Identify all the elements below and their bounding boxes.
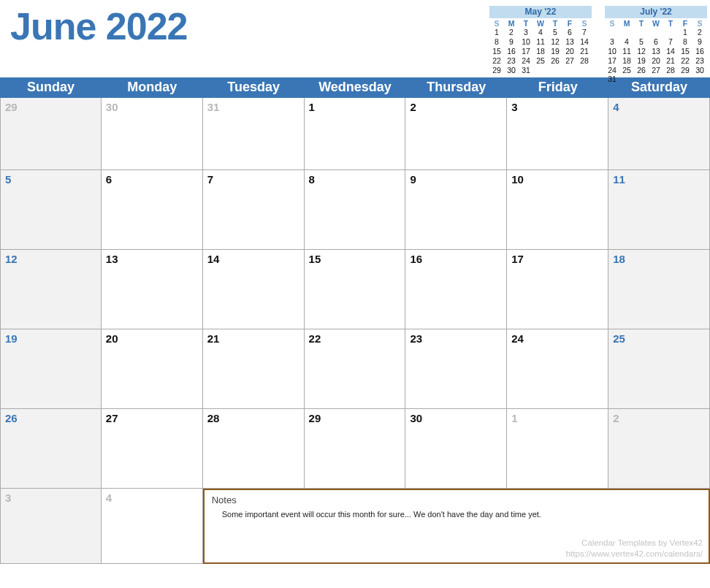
- mini-dow: W: [649, 19, 663, 28]
- header: June 2022 May '22SMTWTFS1234567891011121…: [0, 0, 710, 77]
- day-cell[interactable]: 29: [305, 409, 406, 489]
- day-cell[interactable]: 12: [0, 250, 102, 329]
- mini-day: [605, 28, 619, 37]
- day-number: 6: [106, 173, 198, 186]
- mini-day: 22: [678, 56, 692, 66]
- mini-day: 12: [548, 37, 562, 47]
- notes-box[interactable]: NotesSome important event will occur thi…: [203, 489, 710, 564]
- mini-day: 10: [519, 37, 533, 47]
- day-cell[interactable]: 1: [305, 98, 406, 170]
- mini-day: 28: [663, 66, 678, 75]
- day-cell[interactable]: 27: [102, 409, 203, 489]
- day-number: 7: [207, 173, 299, 186]
- day-cell[interactable]: 30: [405, 409, 507, 489]
- day-cell[interactable]: 4: [102, 489, 203, 564]
- weekday-label: Saturday: [608, 77, 710, 98]
- mini-day: 25: [619, 66, 634, 75]
- mini-day: 26: [548, 56, 562, 66]
- day-cell[interactable]: 5: [0, 170, 102, 250]
- day-cell[interactable]: 21: [203, 329, 305, 409]
- day-cell[interactable]: 26: [0, 409, 102, 489]
- weekday-label: Tuesday: [203, 77, 305, 98]
- mini-day: 2: [692, 28, 707, 37]
- day-cell[interactable]: 14: [203, 250, 305, 329]
- day-cell[interactable]: 24: [507, 329, 608, 409]
- day-cell[interactable]: 13: [102, 250, 203, 329]
- mini-day: 20: [562, 47, 577, 56]
- credit-line2: https://www.vertex42.com/calendars/: [566, 549, 703, 560]
- day-cell[interactable]: 28: [203, 409, 305, 489]
- day-cell[interactable]: 16: [405, 250, 507, 329]
- mini-day: 4: [619, 37, 634, 47]
- mini-dow: T: [548, 19, 562, 28]
- mini-dow: M: [619, 19, 634, 28]
- mini-day: 2: [504, 28, 519, 37]
- day-cell[interactable]: 23: [405, 329, 507, 409]
- notes-label: Notes: [212, 495, 701, 505]
- day-cell[interactable]: 17: [507, 250, 608, 329]
- day-number: 25: [613, 332, 705, 345]
- mini-day: 7: [577, 28, 592, 37]
- mini-day: 18: [619, 56, 634, 66]
- calendar-grid: 2930311234567891011121314151617181920212…: [0, 98, 710, 564]
- notes-text: Some important event will occur this mon…: [222, 510, 701, 519]
- day-cell[interactable]: 8: [305, 170, 406, 250]
- mini-day: 30: [504, 66, 519, 75]
- day-cell[interactable]: 4: [608, 98, 710, 170]
- day-cell[interactable]: 15: [305, 250, 406, 329]
- day-number: 17: [511, 253, 603, 265]
- day-cell[interactable]: 2: [405, 98, 507, 170]
- mini-day: 15: [489, 47, 504, 56]
- day-number: 3: [511, 101, 603, 113]
- mini-day: 24: [605, 66, 619, 75]
- mini-day: 23: [504, 56, 519, 66]
- day-number: 27: [106, 412, 198, 424]
- mini-day: [548, 66, 562, 75]
- mini-day: 8: [489, 37, 504, 47]
- mini-day: 18: [533, 47, 548, 56]
- day-cell[interactable]: 25: [608, 329, 710, 409]
- day-number: 18: [613, 253, 705, 265]
- credits: Calendar Templates by Vertex42https://ww…: [566, 538, 703, 560]
- day-cell[interactable]: 20: [102, 329, 203, 409]
- day-number: 2: [410, 101, 502, 113]
- weekday-label: Wednesday: [305, 77, 406, 98]
- day-number: 5: [5, 173, 96, 186]
- mini-day: 13: [562, 37, 577, 47]
- mini-day: 7: [663, 37, 678, 47]
- mini-day: [634, 28, 649, 37]
- mini-day: 28: [577, 56, 592, 66]
- mini-dow: S: [605, 19, 619, 28]
- day-number: 20: [106, 332, 198, 345]
- mini-day: [577, 66, 592, 75]
- day-cell[interactable]: 19: [0, 329, 102, 409]
- mini-day: [649, 28, 663, 37]
- mini-day: 14: [577, 37, 592, 47]
- day-cell[interactable]: 7: [203, 170, 305, 250]
- day-cell[interactable]: 11: [608, 170, 710, 250]
- mini-day: 8: [678, 37, 692, 47]
- day-cell[interactable]: 30: [102, 98, 203, 170]
- mini-dow: W: [533, 19, 548, 28]
- mini-day: [562, 66, 577, 75]
- day-cell[interactable]: 29: [0, 98, 102, 170]
- mini-prev: May '22SMTWTFS12345678910111213141516171…: [489, 6, 592, 84]
- day-cell[interactable]: 2: [608, 409, 710, 489]
- day-number: 31: [207, 101, 299, 113]
- day-cell[interactable]: 3: [0, 489, 102, 564]
- weekday-header: SundayMondayTuesdayWednesdayThursdayFrid…: [0, 77, 710, 98]
- day-number: 8: [309, 173, 401, 186]
- day-cell[interactable]: 6: [102, 170, 203, 250]
- mini-day: 27: [562, 56, 577, 66]
- day-cell[interactable]: 1: [507, 409, 608, 489]
- credit-line1: Calendar Templates by Vertex42: [566, 538, 703, 549]
- day-number: 26: [5, 412, 96, 424]
- day-cell[interactable]: 3: [507, 98, 608, 170]
- day-cell[interactable]: 31: [203, 98, 305, 170]
- day-cell[interactable]: 22: [305, 329, 406, 409]
- mini-day: [619, 28, 634, 37]
- day-cell[interactable]: 9: [405, 170, 507, 250]
- day-cell[interactable]: 10: [507, 170, 608, 250]
- day-cell[interactable]: 18: [608, 250, 710, 329]
- day-number: 1: [309, 101, 401, 113]
